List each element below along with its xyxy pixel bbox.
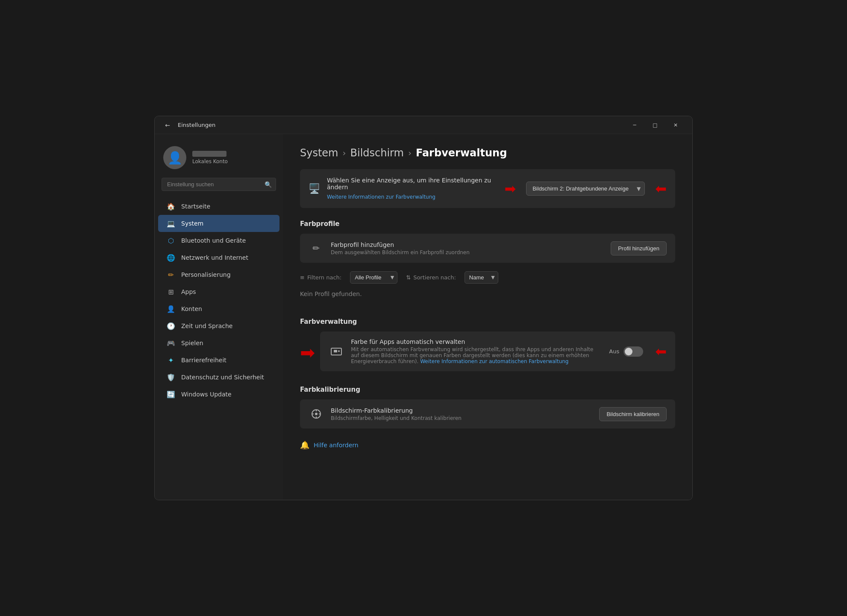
filter-select[interactable]: Alle Profile ICC Profile WCS Profile (350, 271, 397, 284)
sidebar-item-label: Windows Update (181, 391, 232, 398)
breadcrumb-system: System (300, 147, 338, 159)
accounts-icon: 👤 (167, 305, 175, 313)
farbverwaltung-heading: Farbverwaltung (300, 318, 675, 326)
sort-select-wrapper: Name Typ Datum ▼ (465, 271, 498, 284)
main-layout: 👤 Lokales Konto 🔍 🏠 Startseite 💻 System (155, 134, 692, 500)
calibrate-icon (309, 406, 324, 422)
sidebar-item-label: Barrierefreiheit (181, 357, 226, 364)
annotation-arrow-right-toggle: ⬅ (655, 343, 667, 360)
display-card-text: Wählen Sie eine Anzeige aus, um ihre Ein… (327, 177, 497, 200)
sidebar-item-label: Bluetooth und Geräte (181, 237, 246, 244)
farbkalibrierung-section: Farbkalibrierung Bildschirm-F (300, 386, 675, 428)
help-label: Hilfe anfordern (314, 442, 359, 449)
toggle-container: Aus (609, 346, 643, 357)
sidebar-item-netzwerk[interactable]: 🌐 Netzwerk und Internet (158, 249, 279, 266)
add-profile-card: ✏️ Farbprofil hinzufügen Dem ausgewählte… (300, 234, 675, 263)
sidebar-item-label: Zeit und Sprache (181, 323, 232, 329)
home-icon: 🏠 (167, 202, 175, 211)
calibrate-card: Bildschirm-Farbkalibrierung Bildschirmfa… (300, 399, 675, 428)
search-input[interactable] (162, 178, 276, 191)
display-info-link[interactable]: Weitere Informationen zur Farbverwaltung (327, 194, 435, 200)
annotation-arrow-left-farbverwaltung: ➡ (300, 342, 315, 363)
calibrate-text: Bildschirm-Farbkalibrierung Bildschirmfa… (331, 407, 592, 421)
calibrate-button[interactable]: Bildschirm kalibrieren (599, 407, 667, 421)
sidebar-item-label: Apps (181, 288, 196, 295)
add-profile-icon: ✏️ (309, 241, 324, 256)
sidebar-item-zeit[interactable]: 🕐 Zeit und Sprache (158, 317, 279, 334)
sidebar-item-startseite[interactable]: 🏠 Startseite (158, 198, 279, 215)
sort-select[interactable]: Name Typ Datum (465, 271, 498, 284)
annotation-arrow-right: ➡ (504, 181, 516, 197)
sidebar-item-datenschutz[interactable]: 🛡️ Datenschutz und Sicherheit (158, 369, 279, 386)
search-icon: 🔍 (265, 181, 272, 188)
settings-window: ← Einstellungen ─ □ ✕ 👤 Lokales Konto 🔍 (154, 116, 693, 500)
display-selector-card: 🖥️ Wählen Sie eine Anzeige aus, um ihre … (300, 169, 675, 208)
user-info: Lokales Konto (192, 151, 228, 164)
display-icon: 🖥️ (309, 183, 320, 194)
sidebar-item-personalisierung[interactable]: ✏️ Personalisierung (158, 266, 279, 283)
avatar: 👤 (163, 146, 186, 169)
breadcrumb: System › Bildschirm › Farbverwaltung (300, 147, 675, 159)
titlebar: ← Einstellungen ─ □ ✕ (155, 116, 692, 134)
minimize-button[interactable]: ─ (625, 118, 644, 132)
sidebar-item-label: Datenschutz und Sicherheit (181, 374, 264, 381)
sidebar-item-apps[interactable]: ⊞ Apps (158, 283, 279, 300)
privacy-icon: 🛡️ (167, 373, 175, 381)
sidebar-item-konten[interactable]: 👤 Konten (158, 300, 279, 317)
bluetooth-icon: ⬡ (167, 236, 175, 245)
sidebar-item-label: Startseite (181, 203, 210, 210)
window-controls: ─ □ ✕ (625, 118, 685, 132)
back-button[interactable]: ← (162, 119, 174, 131)
sidebar-item-system[interactable]: 💻 System (158, 215, 279, 232)
accessibility-icon: ✦ (167, 356, 175, 364)
sidebar-item-barrierefreiheit[interactable]: ✦ Barrierefreiheit (158, 352, 279, 369)
maximize-button[interactable]: □ (645, 118, 665, 132)
content-area: System › Bildschirm › Farbverwaltung 🖥️ … (283, 134, 692, 500)
add-profile-title: Farbprofil hinzufügen (331, 241, 604, 248)
farbverwaltung-section: Farbverwaltung ➡ Farbe (300, 318, 675, 374)
sidebar-item-windows-update[interactable]: 🔄 Windows Update (158, 386, 279, 403)
help-link[interactable]: 🔔 Hilfe anfordern (300, 440, 675, 449)
add-profile-desc: Dem ausgewählten Bildschirm ein Farbprof… (331, 249, 604, 255)
display-card-title: Wählen Sie eine Anzeige aus, um ihre Ein… (327, 177, 497, 191)
time-icon: 🕐 (167, 322, 175, 330)
auto-manage-toggle[interactable] (623, 346, 643, 357)
display-select-wrapper: Bildschirm 2: Drahtgebundene Anzeige Bil… (526, 182, 645, 196)
no-profile-text: Kein Profil gefunden. (300, 287, 675, 306)
farbprofile-section: Farbprofile ✏️ Farbprofil hinzufügen Dem… (300, 220, 675, 306)
sidebar-item-label: Personalisierung (181, 271, 231, 278)
apps-icon: ⊞ (167, 287, 175, 296)
breadcrumb-sep1: › (343, 148, 346, 158)
sidebar-item-label: System (181, 220, 203, 227)
sidebar-item-label: Spielen (181, 340, 203, 346)
titlebar-title: Einstellungen (178, 122, 215, 128)
user-name-bar (192, 151, 226, 157)
filter-icon: ≡ Filtern nach: (300, 274, 341, 281)
auto-manage-card: Farbe für Apps automatisch verwalten Mit… (320, 331, 675, 371)
auto-manage-desc: Mit der automatischen Farbverwaltung wir… (351, 346, 602, 364)
calibrate-desc: Bildschirmfarbe, Helligkeit und Kontrast… (331, 415, 592, 421)
breadcrumb-current: Farbverwaltung (416, 147, 507, 159)
add-profile-button[interactable]: Profil hinzufügen (611, 241, 667, 255)
toggle-track[interactable] (623, 346, 643, 357)
add-profile-text: Farbprofil hinzufügen Dem ausgewählten B… (331, 241, 604, 255)
help-icon: 🔔 (300, 440, 309, 449)
sort-label-text: Sortieren nach: (413, 274, 456, 281)
close-button[interactable]: ✕ (666, 118, 685, 132)
network-icon: 🌐 (167, 253, 175, 262)
sort-label: ⇅ Sortieren nach: (406, 274, 456, 281)
display-select[interactable]: Bildschirm 2: Drahtgebundene Anzeige Bil… (526, 182, 645, 196)
auto-manage-link[interactable]: Weitere Informationen zur automatischen … (420, 358, 568, 364)
avatar-icon: 👤 (168, 151, 182, 165)
sidebar-item-label: Netzwerk und Internet (181, 254, 248, 261)
svg-point-2 (338, 350, 340, 352)
filter-select-wrapper: Alle Profile ICC Profile WCS Profile ▼ (350, 271, 397, 284)
sidebar-item-label: Konten (181, 305, 202, 312)
system-icon: 💻 (167, 219, 175, 228)
filter-label-text: Filtern nach: (307, 274, 341, 281)
sidebar-item-spielen[interactable]: 🎮 Spielen (158, 334, 279, 352)
calibrate-title: Bildschirm-Farbkalibrierung (331, 407, 592, 414)
auto-manage-text: Farbe für Apps automatisch verwalten Mit… (351, 338, 602, 364)
sidebar-item-bluetooth[interactable]: ⬡ Bluetooth und Geräte (158, 232, 279, 249)
farbkalibrierung-heading: Farbkalibrierung (300, 386, 675, 393)
